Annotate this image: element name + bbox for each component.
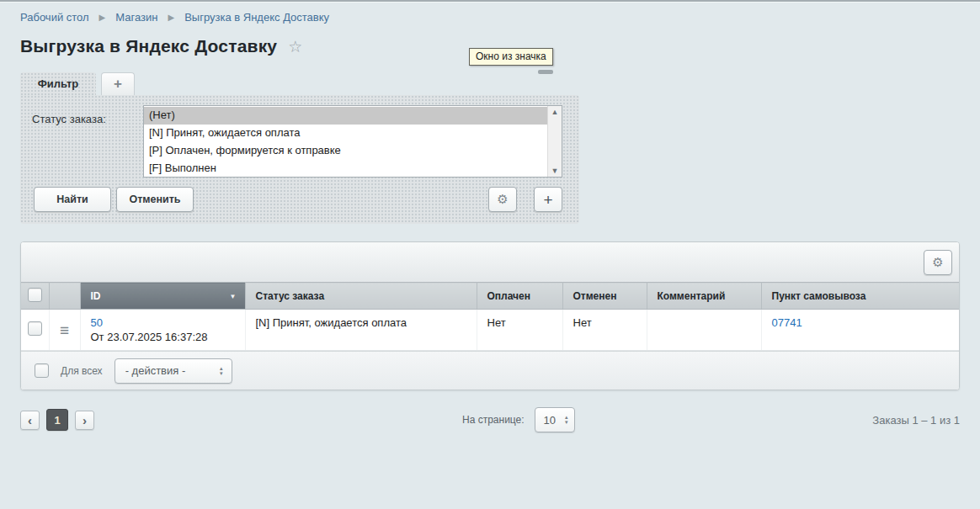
column-header-paid[interactable]: Оплачен [477, 283, 562, 310]
chevron-left-icon: ‹ [28, 414, 32, 427]
tab-filter-label: Фильтр [38, 77, 79, 90]
listbox-scrollbar[interactable]: ▲ ▼ [547, 106, 562, 177]
column-header-pickup[interactable]: Пункт самовывоза [761, 283, 960, 310]
chevron-right-icon: › [83, 414, 87, 427]
scroll-down-icon[interactable]: ▼ [551, 167, 559, 175]
cell-pickup: 07741 [761, 310, 960, 351]
breadcrumb-item-desktop[interactable]: Рабочий стол [20, 11, 89, 24]
page: Рабочий стол ▶ Магазин ▶ Выгрузка в Янде… [0, 11, 980, 431]
orders-table: ID ▼ Статус заказа Оплачен Отменен Комме… [21, 282, 960, 351]
minimize-filter-icon[interactable] [538, 70, 553, 74]
for-all-checkbox[interactable] [35, 363, 49, 378]
order-status-label: Статус заказа: [32, 105, 143, 178]
filter-panel: Статус заказа: (Нет) [N] Принят, ожидает… [20, 95, 579, 224]
sort-desc-icon: ▼ [230, 292, 237, 300]
select-all-checkbox[interactable] [28, 288, 42, 302]
cancel-button[interactable]: Отменить [116, 187, 194, 212]
table-header-row: ID ▼ Статус заказа Оплачен Отменен Комме… [21, 283, 960, 310]
top-border [0, 0, 980, 3]
find-button[interactable]: Найти [34, 187, 111, 212]
spinner-icon: ▴▾ [220, 366, 223, 376]
scroll-up-icon[interactable]: ▲ [551, 108, 559, 116]
grid-settings-button[interactable]: ⚙ [924, 250, 952, 275]
grid-footer: Для всех - действия - ▴▾ [21, 351, 959, 390]
filter-tabs: Фильтр + [20, 72, 960, 95]
cell-id: 50 От 23.07.2025 16:37:28 [80, 310, 245, 351]
filter-settings-button[interactable]: ⚙ [488, 187, 517, 212]
next-page-button[interactable]: › [75, 411, 94, 430]
actions-select-value: - действия - [125, 364, 213, 377]
breadcrumb-separator-icon: ▶ [168, 13, 174, 22]
table-row: ≡ 50 От 23.07.2025 16:37:28 [N] Принят, … [21, 310, 960, 351]
breadcrumb-separator-icon: ▶ [99, 13, 106, 22]
column-header-canceled[interactable]: Отменен [562, 283, 647, 310]
plus-icon: + [114, 76, 122, 93]
pagination: ‹ 1 › На странице: 10 ▴▾ Заказы 1 – 1 из… [20, 409, 960, 431]
page-1-button[interactable]: 1 [46, 409, 68, 431]
favorite-star-icon[interactable]: ☆ [288, 39, 302, 55]
row-menu-icon[interactable]: ≡ [60, 321, 69, 339]
column-header-status[interactable]: Статус заказа [245, 283, 477, 310]
tab-filter[interactable]: Фильтр [20, 72, 96, 95]
order-id-link[interactable]: 50 [91, 316, 103, 329]
breadcrumb-item-shop[interactable]: Магазин [115, 11, 157, 24]
order-date: От 23.07.2025 16:37:28 [91, 331, 235, 343]
gear-icon: ⚙ [932, 255, 943, 270]
row-checkbox[interactable] [28, 321, 42, 336]
breadcrumb-item-current[interactable]: Выгрузка в Яндекс Доставку [184, 11, 329, 24]
listbox-option[interactable]: [F] Выполнен [144, 160, 547, 178]
listbox-option[interactable]: [P] Оплачен, формируется к отправке [144, 142, 547, 160]
cell-comment [647, 310, 761, 351]
spinner-icon: ▴▾ [565, 415, 568, 425]
pickup-point-link[interactable]: 07741 [772, 316, 802, 329]
listbox-option[interactable]: (Нет) [144, 107, 547, 125]
gear-icon: ⚙ [497, 192, 508, 207]
cell-paid: Нет [477, 310, 562, 351]
filter-buttons-row: Найти Отменить ⚙ + [32, 187, 562, 212]
page-title: Выгрузка в Яндекс Доставку [20, 36, 277, 56]
order-status-listbox[interactable]: (Нет) [N] Принят, ожидается оплата [P] О… [143, 105, 562, 178]
listbox-option[interactable]: [N] Принят, ожидается оплата [144, 125, 547, 142]
hint-tooltip: Окно из значка [469, 48, 553, 66]
add-filter-field-button[interactable]: + [534, 187, 562, 212]
prev-page-button[interactable]: ‹ [20, 411, 40, 430]
column-header-label: ID [91, 290, 101, 302]
records-summary: Заказы 1 – 1 из 1 [872, 414, 960, 427]
orders-grid: ⚙ ID ▼ Статус заказа Оплачен Отменен Ком… [20, 241, 960, 390]
grid-toolbar: ⚙ [21, 242, 959, 282]
page-size-select[interactable]: 10 ▴▾ [535, 407, 575, 432]
breadcrumb: Рабочий стол ▶ Магазин ▶ Выгрузка в Янде… [20, 11, 960, 24]
for-all-label: Для всех [61, 365, 103, 377]
plus-icon: + [543, 192, 552, 208]
listbox-options: (Нет) [N] Принят, ожидается оплата [P] О… [144, 106, 547, 177]
column-header-comment[interactable]: Комментарий [647, 283, 761, 310]
cell-status: [N] Принят, ожидается оплата [245, 310, 477, 351]
column-header-id[interactable]: ID ▼ [80, 283, 245, 310]
add-filter-tab-button[interactable]: + [101, 72, 135, 95]
cell-canceled: Нет [562, 310, 647, 351]
page-size-value: 10 [544, 414, 558, 427]
page-size-label: На странице: [462, 414, 525, 426]
actions-select[interactable]: - действия - ▴▾ [115, 358, 232, 384]
